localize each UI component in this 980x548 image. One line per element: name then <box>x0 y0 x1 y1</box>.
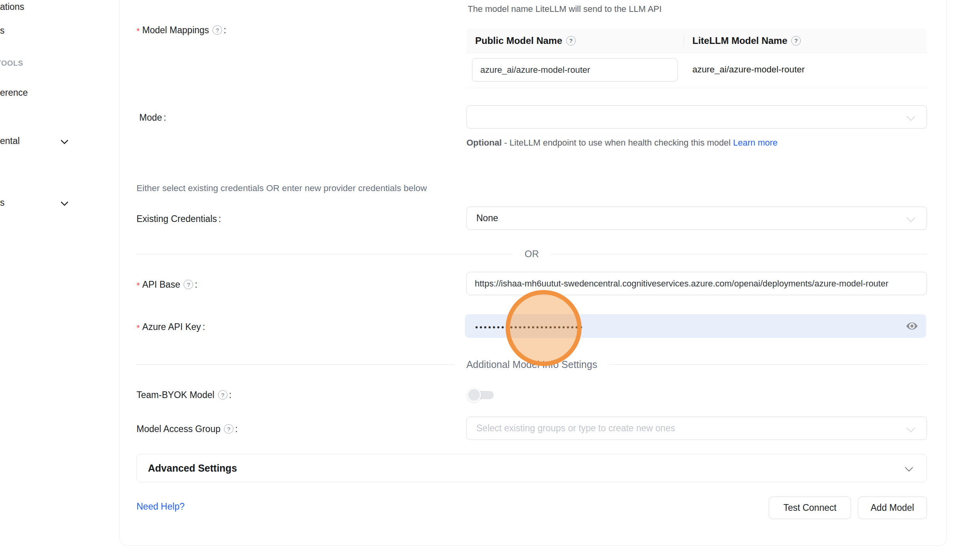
learn-more-link[interactable]: Learn more <box>733 138 778 148</box>
azure-api-key-label: * Azure API Key : <box>136 320 205 333</box>
existing-credentials-label: Existing Credentials : <box>136 212 221 225</box>
header-divider <box>684 35 684 47</box>
mode-select[interactable] <box>466 105 927 129</box>
column-header-litellm-model-name: LiteLLM Model Name ? <box>684 35 927 46</box>
team-byok-label: Team-BYOK Model ? : <box>136 389 231 401</box>
help-icon[interactable]: ? <box>218 390 227 400</box>
chevron-down-icon <box>907 425 916 430</box>
need-help-link[interactable]: Need Help? <box>136 501 184 512</box>
add-model-button[interactable]: Add Model <box>858 497 927 519</box>
help-icon[interactable]: ? <box>566 36 576 46</box>
table-header-row: Public Model Name ? LiteLLM Model Name ? <box>466 28 927 53</box>
required-asterisk: * <box>136 25 140 36</box>
table-row: azure_ai/azure-model-router <box>466 53 927 88</box>
mode-help-text: Optional - LiteLLM endpoint to use when … <box>466 135 787 151</box>
public-model-name-input[interactable] <box>472 58 678 82</box>
chevron-down-icon[interactable] <box>61 199 68 206</box>
test-connect-button[interactable]: Test Connect <box>769 497 851 519</box>
chevron-down-icon[interactable] <box>61 138 68 144</box>
access-group-placeholder: Select existing groups or type to create… <box>476 423 675 434</box>
chevron-down-icon <box>907 215 916 220</box>
sidebar-item-2[interactable]: s <box>0 25 5 36</box>
help-icon[interactable]: ? <box>791 36 801 46</box>
model-name-hint: The model name LiteLLM will send to the … <box>468 4 662 14</box>
model-access-group-label: Model Access Group ? : <box>136 423 238 435</box>
litellm-model-name-value: azure_ai/azure-model-router <box>692 64 805 75</box>
sidebar-item-1[interactable]: ations <box>0 2 24 12</box>
sidebar: ations s TOOLS erence ental s <box>0 0 119 548</box>
team-byok-toggle[interactable] <box>467 387 495 402</box>
sidebar-section-tools: TOOLS <box>0 59 23 68</box>
toggle-thumb <box>467 388 481 402</box>
chevron-down-icon <box>907 114 916 119</box>
api-base-input[interactable] <box>466 272 927 295</box>
sidebar-item-5[interactable]: s <box>0 197 5 208</box>
column-header-public-model-name: Public Model Name ? <box>466 35 684 46</box>
sidebar-item-4[interactable]: ental <box>0 136 20 146</box>
sidebar-item-3[interactable]: erence <box>0 87 28 98</box>
mode-label: Mode : <box>139 111 166 124</box>
required-asterisk: * <box>136 321 140 332</box>
masked-api-key: ••••••••••••••••••••••••• <box>475 321 584 331</box>
api-base-label: * API Base ? : <box>136 278 197 291</box>
azure-api-key-input[interactable]: ••••••••••••••••••••••••• <box>465 314 926 338</box>
advanced-settings-title: Advanced Settings <box>148 463 905 474</box>
help-icon[interactable]: ? <box>212 25 222 35</box>
eye-icon[interactable] <box>906 320 918 332</box>
help-icon[interactable]: ? <box>224 424 233 434</box>
model-mappings-label: * Model Mappings ? : <box>136 24 226 36</box>
credentials-note: Either select existing credentials OR en… <box>136 183 427 193</box>
required-asterisk: * <box>136 279 140 290</box>
advanced-settings-panel[interactable]: Advanced Settings <box>136 454 927 482</box>
chevron-down-icon <box>905 464 913 472</box>
help-icon[interactable]: ? <box>184 280 193 289</box>
model-mappings-table: Public Model Name ? LiteLLM Model Name ?… <box>466 28 927 88</box>
model-access-group-select[interactable]: Select existing groups or type to create… <box>466 417 927 440</box>
existing-credentials-select[interactable]: None <box>466 207 927 230</box>
additional-settings-divider: Additional Model Info Settings <box>136 356 927 372</box>
or-divider: OR <box>136 246 927 262</box>
